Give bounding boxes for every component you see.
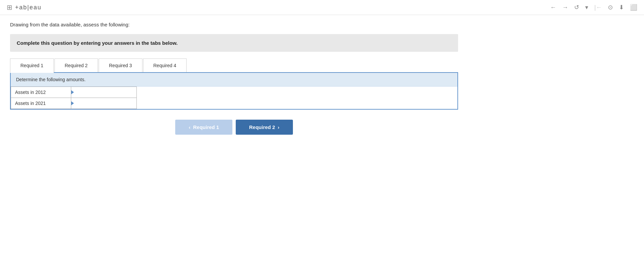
prev-chevron-icon: ‹	[189, 124, 190, 130]
expand-icon[interactable]: ⬜	[630, 4, 637, 11]
instruction-banner: Complete this question by entering your …	[10, 34, 458, 52]
bottom-navigation: ‹ Required 1 Required 2 ›	[10, 110, 458, 145]
app-logo: ⊞ +ab|eau	[7, 3, 41, 11]
tabs-container: Required 1 Required 2 Required 3 Require…	[10, 58, 458, 73]
nav-separator: |←	[594, 4, 602, 11]
assets-2021-arrow-icon	[71, 101, 74, 105]
assets-2021-input-cell	[71, 98, 137, 109]
assets-2012-input[interactable]	[71, 87, 136, 98]
nav-controls: ← → ↺ ▾ |← ⊙ ⬇ ⬜	[550, 4, 637, 11]
form-table: Assets in 2012 Assets in 2021	[11, 87, 457, 109]
table-row: Assets in 2012	[11, 87, 137, 98]
assets-2021-input[interactable]	[71, 98, 136, 109]
assets-2012-input-wrapper	[71, 87, 136, 98]
tab-required-2[interactable]: Required 2	[55, 58, 98, 72]
next-chevron-icon: ›	[278, 124, 280, 130]
next-button-label: Required 2	[249, 124, 275, 130]
tab-content: Determine the following amounts. Assets …	[10, 73, 458, 110]
logo-grid-icon: ⊞	[7, 3, 13, 11]
forward-icon[interactable]: →	[562, 4, 568, 11]
tab-required-3[interactable]: Required 3	[99, 58, 142, 72]
page-description: Drawing from the data available, assess …	[10, 22, 458, 27]
back-icon[interactable]: ←	[550, 4, 556, 11]
assets-table: Assets in 2012 Assets in 2021	[11, 87, 137, 109]
prev-button-label: Required 1	[193, 124, 219, 130]
table-row: Assets in 2021	[11, 98, 137, 109]
refresh-dropdown-icon[interactable]: ▾	[585, 4, 588, 11]
banner-text: Complete this question by entering your …	[17, 40, 451, 46]
share-icon[interactable]: ⊙	[608, 4, 613, 11]
assets-2012-input-cell	[71, 87, 137, 98]
download-icon[interactable]: ⬇	[619, 4, 624, 11]
tab-instruction: Determine the following amounts.	[11, 73, 457, 87]
tab-required-1[interactable]: Required 1	[10, 58, 54, 73]
main-content: Drawing from the data available, assess …	[0, 15, 468, 151]
assets-2012-label: Assets in 2012	[11, 87, 71, 98]
tab-required-4[interactable]: Required 4	[143, 58, 187, 72]
assets-2012-arrow-icon	[71, 90, 74, 94]
logo-text: +ab|eau	[15, 4, 41, 11]
assets-2021-label: Assets in 2021	[11, 98, 71, 109]
top-navigation: ⊞ +ab|eau ← → ↺ ▾ |← ⊙ ⬇ ⬜	[0, 0, 644, 15]
refresh-icon[interactable]: ↺	[574, 4, 579, 11]
next-button[interactable]: Required 2 ›	[236, 120, 293, 135]
assets-2021-input-wrapper	[71, 98, 136, 109]
prev-button[interactable]: ‹ Required 1	[175, 120, 232, 135]
